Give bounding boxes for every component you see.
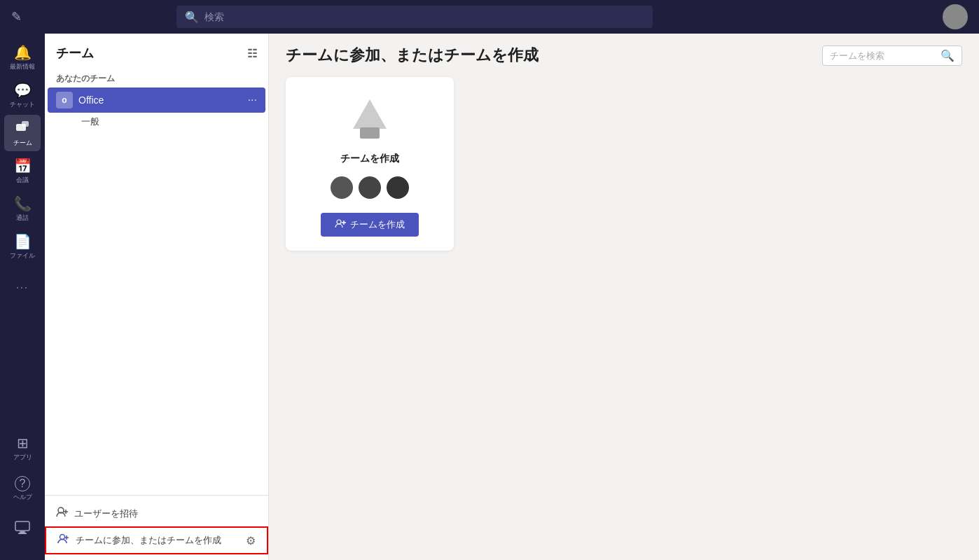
nav-bottom: ⊞ アプリ ? ヘルプ bbox=[4, 430, 41, 554]
top-bar-right bbox=[943, 4, 968, 29]
teams-panel-title: チーム bbox=[56, 45, 94, 62]
sidebar-label-calls: 通話 bbox=[16, 214, 29, 223]
card-avatar-3 bbox=[387, 176, 409, 199]
teams-panel-header: チーム ☷ bbox=[45, 34, 268, 67]
main-title: チームに参加、またはチームを作成 bbox=[286, 45, 539, 66]
sidebar-item-apps[interactable]: ⊞ アプリ bbox=[4, 430, 41, 466]
sidebar-label-files: ファイル bbox=[10, 251, 35, 260]
team-name-office: Office bbox=[78, 94, 242, 106]
sidebar-item-teams[interactable]: チーム bbox=[4, 115, 41, 151]
search-input[interactable] bbox=[204, 11, 644, 22]
avatar[interactable] bbox=[943, 4, 968, 29]
team-item-office[interactable]: o Office ··· bbox=[48, 88, 265, 113]
teams-panel: チーム ☷ あなたのチーム o Office ··· 一般 ユーザーを bbox=[45, 34, 269, 560]
search-icon: 🔍 bbox=[185, 10, 199, 24]
card-image bbox=[342, 94, 398, 144]
apps-icon: ⊞ bbox=[17, 435, 29, 451]
svg-point-8 bbox=[60, 535, 65, 540]
calendar-icon: 📅 bbox=[14, 158, 32, 174]
join-icon bbox=[57, 533, 70, 547]
create-team-card[interactable]: チームを作成 チームを作成 bbox=[286, 77, 454, 251]
team-search-box: 🔍 bbox=[822, 46, 962, 66]
sidebar-item-calls[interactable]: 📞 通話 bbox=[4, 190, 41, 227]
sidebar-label-calendar: 会議 bbox=[16, 176, 29, 185]
calls-icon: 📞 bbox=[14, 195, 32, 212]
invite-label: ユーザーを招待 bbox=[74, 507, 138, 520]
svg-rect-12 bbox=[360, 127, 380, 139]
more-icon: ··· bbox=[16, 281, 29, 293]
search-bar: 🔍 bbox=[176, 6, 653, 28]
chat-icon: 💬 bbox=[14, 82, 32, 99]
invite-icon bbox=[56, 507, 69, 521]
main-layout: 🔔 最新情報 💬 チャット チーム 📅 会議 📞 通話 📄 フ bbox=[0, 34, 979, 560]
card-avatar-2 bbox=[359, 176, 381, 199]
filter-icon[interactable]: ☷ bbox=[247, 47, 257, 60]
team-search-input[interactable] bbox=[830, 50, 936, 61]
svg-rect-1 bbox=[22, 121, 29, 127]
svg-rect-2 bbox=[15, 522, 29, 531]
teams-panel-bottom: ユーザーを招待 チームに参加、またはチームを作成 ⚙ bbox=[45, 495, 268, 560]
help-icon: ? bbox=[15, 476, 30, 491]
files-icon: 📄 bbox=[14, 233, 32, 250]
card-avatars bbox=[331, 176, 409, 199]
channel-item-general[interactable]: 一般 bbox=[48, 113, 265, 131]
main-content-header: チームに参加、またはチームを作成 🔍 bbox=[269, 34, 979, 77]
team-more-icon[interactable]: ··· bbox=[248, 94, 257, 106]
card-avatar-1 bbox=[331, 176, 353, 199]
team-avatar-office: o bbox=[56, 92, 73, 108]
invite-user-item[interactable]: ユーザーを招待 bbox=[45, 501, 268, 526]
svg-rect-3 bbox=[20, 531, 25, 533]
sidebar-item-calendar[interactable]: 📅 会議 bbox=[4, 153, 41, 189]
create-team-button-icon bbox=[335, 219, 346, 231]
top-bar: ✎ 🔍 bbox=[0, 0, 979, 34]
device-icon bbox=[15, 521, 30, 538]
sidebar-label-help: ヘルプ bbox=[13, 493, 32, 502]
sidebar-item-activity[interactable]: 🔔 最新情報 bbox=[4, 39, 41, 76]
sidebar-item-device[interactable] bbox=[4, 511, 41, 547]
sidebar-nav: 🔔 最新情報 💬 チャット チーム 📅 会議 📞 通話 📄 フ bbox=[0, 34, 45, 560]
create-team-button-label: チームを作成 bbox=[350, 218, 405, 231]
teams-icon bbox=[15, 118, 30, 137]
create-team-button[interactable]: チームを作成 bbox=[321, 213, 419, 237]
join-team-item[interactable]: チームに参加、またはチームを作成 ⚙ bbox=[45, 526, 268, 554]
cards-area: チームを作成 チームを作成 bbox=[269, 77, 979, 251]
main-content: チームに参加、またはチームを作成 🔍 チームを作成 bbox=[269, 34, 979, 560]
team-search-icon: 🔍 bbox=[940, 49, 954, 62]
card-title: チームを作成 bbox=[340, 153, 399, 165]
sidebar-label-chat: チャット bbox=[10, 100, 35, 109]
edit-icon[interactable]: ✎ bbox=[11, 9, 22, 24]
svg-rect-4 bbox=[18, 533, 27, 534]
sidebar-label-apps: アプリ bbox=[13, 453, 32, 462]
sidebar-item-more[interactable]: ··· bbox=[4, 269, 41, 305]
sidebar-label-activity: 最新情報 bbox=[10, 62, 35, 71]
teams-section-label: あなたのチーム bbox=[45, 67, 268, 88]
activity-icon: 🔔 bbox=[14, 44, 32, 61]
sidebar-item-help[interactable]: ? ヘルプ bbox=[4, 470, 41, 507]
svg-point-13 bbox=[337, 220, 341, 224]
sidebar-item-chat[interactable]: 💬 チャット bbox=[4, 77, 41, 113]
join-label: チームに参加、またはチームを作成 bbox=[76, 534, 221, 547]
sidebar-label-teams: チーム bbox=[13, 139, 32, 148]
settings-icon[interactable]: ⚙ bbox=[246, 534, 256, 547]
svg-marker-11 bbox=[353, 99, 387, 129]
sidebar-item-files[interactable]: 📄 ファイル bbox=[4, 228, 41, 265]
